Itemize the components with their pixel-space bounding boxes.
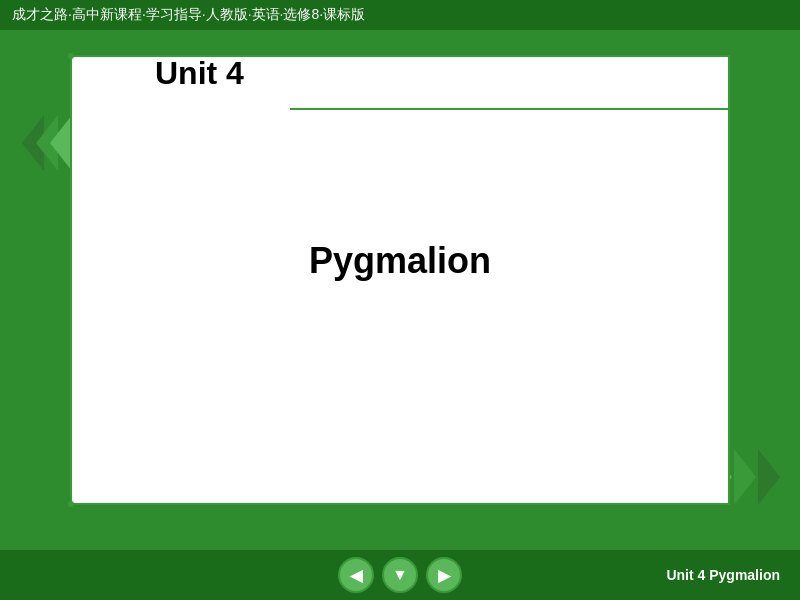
bottom-navigation-bar: ◀ ▼ ▶ Unit 4 Pygmalion [0,550,800,600]
chevron-left-3 [50,115,72,171]
header-title: 成才之路·高中新课程·学习指导·人教版·英语·选修8·课标版 [12,6,365,24]
down-arrow-icon: ▼ [392,566,408,584]
nav-down-button[interactable]: ▼ [382,557,418,593]
chevron-right-2 [734,449,756,505]
header-bar: 成才之路·高中新课程·学习指导·人教版·英语·选修8·课标版 [0,0,800,30]
unit-title: Unit 4 [155,55,244,92]
unit-divider-line [290,108,728,110]
main-subtitle: Pygmalion [0,240,800,282]
left-chevrons-decoration [30,115,72,171]
corner-dot-top-left [68,53,74,59]
nav-forward-button[interactable]: ▶ [426,557,462,593]
corner-dot-bottom-left [68,501,74,507]
chevron-right-3 [758,449,780,505]
bottom-unit-label: Unit 4 Pygmalion [666,567,780,583]
forward-arrow-icon: ▶ [438,566,450,585]
back-arrow-icon: ◀ [350,566,362,585]
nav-back-button[interactable]: ◀ [338,557,374,593]
nav-buttons-group: ◀ ▼ ▶ [338,557,462,593]
